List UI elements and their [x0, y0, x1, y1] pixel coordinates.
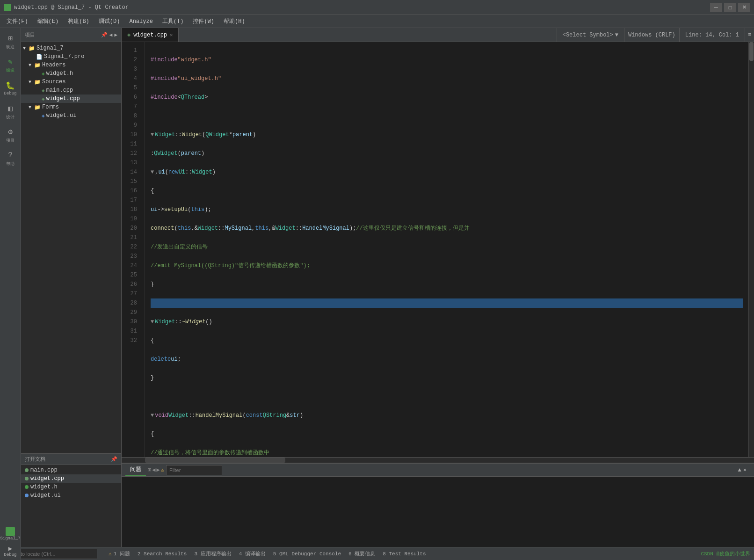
- file-tree-header: 项目 📌 ◀ ▶: [21, 28, 121, 42]
- tree-root[interactable]: ▼ 📁 Signal_7: [21, 44, 121, 52]
- status-search[interactable]: 2 Search Results: [138, 551, 187, 557]
- panel-expand-icon[interactable]: ▲: [738, 467, 741, 473]
- status-test[interactable]: 8 Test Results: [383, 551, 426, 557]
- sidebar-design[interactable]: ◧ 设计: [1, 100, 20, 124]
- forms-label: Forms: [42, 104, 59, 110]
- filter-icon[interactable]: ⊞: [148, 466, 151, 473]
- menu-analyze[interactable]: Analyze: [124, 16, 157, 27]
- horizontal-scrollbar[interactable]: [122, 457, 754, 463]
- warning-icon: ⚠: [161, 466, 164, 473]
- tree-sources-folder[interactable]: ▼ 📁 Sources: [21, 78, 121, 86]
- file-tree-content: ▼ 📁 Signal_7 📄 Signal_7.pro ▼ 📁 Headers: [21, 42, 121, 453]
- code-line-10: connect(this, &Widget::MySignal, this, &…: [151, 224, 743, 233]
- code-line-9: ui->setupUi(this);: [151, 205, 743, 214]
- scrollbar-thumb[interactable]: [749, 42, 754, 61]
- tab-file-icon: ◈: [127, 31, 130, 38]
- code-line-22: //通过信号，将信号里面的参数传递到槽函数中: [151, 448, 743, 457]
- widget-h-icon: ◈: [42, 71, 45, 77]
- open-docs-pin-icon[interactable]: 📌: [111, 456, 117, 462]
- code-line-6: : QWidget(parent): [151, 149, 743, 158]
- vertical-scrollbar[interactable]: [748, 42, 754, 457]
- editor-settings-icon[interactable]: ≡: [745, 28, 754, 42]
- tree-main-cpp[interactable]: ◈ main.cpp: [21, 86, 121, 95]
- project-header-label: 项目: [25, 31, 35, 38]
- menu-build[interactable]: 构建(B): [63, 15, 94, 27]
- menu-file[interactable]: 文件(F): [2, 15, 33, 27]
- open-doc-widget-ui[interactable]: widget.ui: [21, 491, 121, 500]
- code-line-19: [151, 392, 743, 401]
- nav-next-icon[interactable]: ▶: [156, 466, 160, 473]
- tree-pro-file[interactable]: 📄 Signal_7.pro: [21, 52, 121, 61]
- open-doc-main-label: main.cpp: [30, 467, 58, 473]
- code-editor[interactable]: 1 2 3 4 5 6 7 8 9 10 11 12 13 14 15 16 1: [122, 42, 754, 457]
- open-docs-label: 打开文档: [25, 456, 45, 463]
- open-doc-widget-cpp[interactable]: widget.cpp: [21, 474, 121, 483]
- nav-back-icon[interactable]: ◀: [109, 32, 113, 38]
- code-line-17: delete ui;: [151, 355, 743, 364]
- headers-label: Headers: [42, 62, 65, 68]
- status-right-info: CSDN @皮鱼的小世界: [701, 550, 750, 557]
- minimize-button[interactable]: ─: [710, 3, 722, 12]
- file-tree-panel: 项目 📌 ◀ ▶ ▼ 📁 Signal_7 📄: [21, 28, 122, 547]
- status-issues[interactable]: ⚠ 1 问题: [109, 550, 130, 557]
- menu-controls[interactable]: 控件(W): [188, 15, 219, 27]
- sidebar-debug[interactable]: 🐛 Debug: [1, 77, 20, 100]
- help-icon: ?: [6, 151, 15, 160]
- bottom-tab-bar: 问题 ⊞ ◀ ▶ ⚠ ▲ ✕: [122, 464, 754, 477]
- editor-tab-widget-cpp[interactable]: ◈ widget.cpp ✕: [122, 28, 179, 42]
- nav-prev-icon[interactable]: ◀: [152, 466, 155, 473]
- signal7-icon-area[interactable]: Signal_7: [0, 526, 22, 542]
- menu-help[interactable]: 帮助(H): [219, 15, 250, 27]
- status-app-output[interactable]: 3 应用程序输出: [194, 550, 231, 557]
- code-line-13: }: [151, 280, 743, 289]
- widget-cpp-label: widget.cpp: [46, 95, 80, 102]
- window-controls: ─ □ ✕: [710, 3, 750, 12]
- tree-widget-cpp[interactable]: ◈ widget.cpp: [21, 95, 121, 103]
- symbol-selector[interactable]: <Select Symbol> ▼: [557, 28, 624, 42]
- main-cpp-label: main.cpp: [46, 87, 73, 94]
- menu-edit[interactable]: 编辑(E): [33, 15, 64, 27]
- title-bar: widget.cpp @ Signal_7 - Qt Creator ─ □ ✕: [0, 0, 754, 15]
- main-cpp-icon: ◈: [42, 87, 45, 94]
- root-folder-icon: 📁: [29, 45, 35, 51]
- sidebar-project[interactable]: ⚙ 项目: [1, 124, 20, 147]
- sidebar-edit[interactable]: ✎ 编辑: [1, 53, 20, 77]
- tree-widget-ui[interactable]: ◈ widget.ui: [21, 111, 121, 120]
- code-line-21: {: [151, 429, 743, 439]
- code-line-7: ▼ , ui(new Ui::Widget): [151, 167, 743, 177]
- code-line-3: #include<QThread>: [151, 93, 743, 102]
- open-docs-list: main.cpp widget.cpp widget.h widget.ui: [21, 465, 121, 501]
- status-bar: ⚠ 1 问题 2 Search Results 3 应用程序输出 4 编译输出 …: [0, 547, 754, 560]
- open-doc-widget-h[interactable]: widget.h: [21, 483, 121, 491]
- debug-bottom-icon: ▶: [4, 545, 16, 553]
- maximize-button[interactable]: □: [724, 3, 736, 12]
- status-summary[interactable]: 6 概要信息: [348, 550, 375, 557]
- open-doc-main[interactable]: main.cpp: [21, 466, 121, 474]
- close-button[interactable]: ✕: [738, 3, 750, 12]
- tab-close-icon[interactable]: ✕: [170, 32, 173, 38]
- sidebar-welcome[interactable]: ⊞ 欢迎: [1, 30, 20, 53]
- debug-bottom-icon-area[interactable]: ▶ Debug: [3, 544, 17, 558]
- code-content[interactable]: #include "widget.h" #include "ui_widget.…: [145, 42, 748, 457]
- open-docs-panel: 打开文档 📌 main.cpp widget.cpp: [21, 453, 121, 547]
- sidebar-help[interactable]: ? 帮助: [1, 147, 20, 170]
- editor-area: ◈ widget.cpp ✕ <Select Symbol> ▼ Windows…: [122, 28, 754, 547]
- menu-debug[interactable]: 调试(D): [94, 15, 125, 27]
- encoding-text: Windows (CRLF): [628, 32, 675, 38]
- menu-tools[interactable]: 工具(T): [158, 15, 188, 27]
- line-info-text: Line: 14, Col: 1: [685, 32, 739, 38]
- pin-icon[interactable]: 📌: [101, 32, 108, 38]
- panel-close-icon[interactable]: ✕: [743, 466, 747, 473]
- tree-forms-folder[interactable]: ▼ 📁 Forms: [21, 103, 121, 111]
- h-scrollbar-thumb[interactable]: [145, 458, 285, 463]
- bottom-tab-issues[interactable]: 问题: [125, 464, 146, 476]
- status-qml[interactable]: 5 QML Debugger Console: [273, 551, 341, 557]
- tree-widget-h[interactable]: ◈ widget.h: [21, 69, 121, 78]
- nav-fwd-icon[interactable]: ▶: [114, 32, 117, 38]
- tree-headers-folder[interactable]: ▼ 📁 Headers: [21, 61, 121, 69]
- edit-icon: ✎: [6, 57, 15, 66]
- issues-text: 1 问题: [114, 550, 130, 557]
- open-doc-widget-h-label: widget.h: [30, 484, 58, 490]
- status-compile[interactable]: 4 编译输出: [239, 550, 266, 557]
- filter-input[interactable]: [166, 465, 222, 475]
